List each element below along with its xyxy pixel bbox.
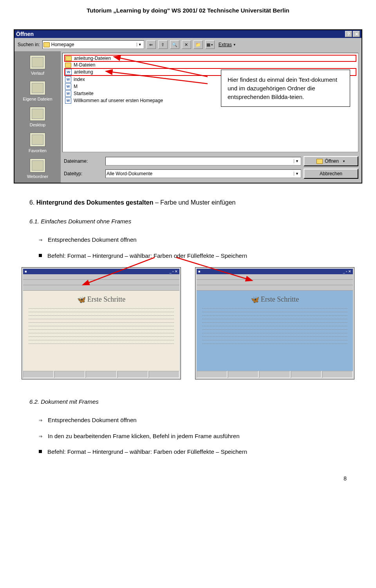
filename-input[interactable]: ▼ [105, 157, 301, 165]
list-item: Befehl: Format – Hintergrund – wählbar: … [39, 252, 347, 261]
open-button[interactable]: Öffnen ▼ [304, 156, 358, 166]
chevron-down-icon[interactable]: ▼ [137, 43, 143, 47]
arrow-bullet-icon: ⇒ [39, 432, 42, 441]
section-6-2-heading: 6.2. Dokument mit Frames [29, 398, 347, 405]
comparison-screenshots: ■_ ▫ ✕ 🦋Erste Schritte ■_ ▫ ✕ 🦋Erste Sch… [22, 267, 354, 379]
file-name: M [74, 84, 78, 89]
help-button[interactable]: ? [345, 31, 352, 37]
list-item-text: In den zu bearbeitenden Frame klicken, B… [48, 432, 239, 441]
file-list[interactable]: anleitung-DateienM-DateienWanleitungWind… [62, 53, 358, 152]
file-name: anleitung [74, 69, 93, 75]
file-item[interactable]: anleitung-Dateien [64, 55, 356, 62]
lookin-label: Suchen in: [18, 42, 40, 47]
dialog-title: Öffnen [16, 31, 34, 37]
back-button[interactable]: ⇐ [146, 40, 156, 49]
extras-label: Extras [219, 42, 232, 47]
lookin-row: Suchen in: Homepage ▼ ⇐ ⇧ 🔍 ✕ 📁 ▦▼ Extra… [14, 38, 362, 51]
list-item-text: Befehl: Format – Hintergrund – wählbar: … [47, 448, 247, 457]
places-mydocs[interactable]: Eigene Dateien [23, 81, 52, 101]
screenshot-left: ■_ ▫ ✕ 🦋Erste Schritte [22, 267, 181, 379]
open-dialog: Öffnen ? ✕ Suchen in: Homepage ▼ ⇐ ⇧ 🔍 ✕… [14, 29, 362, 183]
arrow-bullet-icon: ⇒ [39, 416, 42, 425]
list-item: Befehl: Format – Hintergrund – wählbar: … [39, 448, 347, 457]
folder-icon [65, 63, 71, 68]
list-item: ⇒In den zu bearbeitenden Frame klicken, … [39, 432, 347, 441]
extras-menu[interactable]: Extras ▼ [217, 42, 238, 47]
list-item: ⇒Entsprechendes Dokument öffnen [39, 416, 347, 425]
places-history[interactable]: Verlauf [30, 55, 45, 76]
delete-button[interactable]: ✕ [182, 40, 191, 49]
open-folder-icon [316, 159, 323, 164]
chevron-down-icon[interactable]: ▼ [294, 159, 300, 163]
arrow-bullet-icon: ⇒ [39, 236, 42, 245]
square-bullet-icon [39, 450, 42, 453]
filetype-label: Dateityp: [64, 171, 103, 176]
word-doc-icon: W [65, 90, 71, 97]
callout-annotation: Hier findest du einmal dein Text-dokumen… [221, 70, 350, 107]
page-number: 8 [0, 464, 376, 489]
section-6-heading: 6. Hintergrund des Dokumentes gestalten … [29, 199, 347, 206]
lookin-combobox[interactable]: Homepage ▼ [42, 40, 144, 49]
cancel-button[interactable]: Abbrechen [304, 169, 358, 179]
section-6-2-items: ⇒Entsprechendes Dokument öffnen⇒In den z… [39, 416, 347, 457]
section-6-1-items: ⇒Entsprechendes Dokument öffnenBefehl: F… [39, 236, 347, 260]
places-favorites[interactable]: Favoriten [29, 133, 47, 153]
places-desktop[interactable]: Desktop [30, 107, 45, 127]
file-name: index [74, 77, 85, 82]
chevron-down-icon: ▼ [233, 43, 236, 47]
word-doc-icon: W [65, 76, 71, 83]
list-item-text: Entsprechendes Dokument öffnen [48, 416, 137, 425]
filetype-select[interactable]: Alle Word-Dokumente ▼ [105, 169, 301, 178]
section-6-1-heading: 6.1. Einfaches Dokument ohne Frames [29, 218, 347, 225]
filename-label: Dateiname: [64, 158, 103, 164]
square-bullet-icon [39, 254, 42, 257]
close-button[interactable]: ✕ [353, 31, 360, 37]
file-name: Startseite [74, 91, 94, 96]
word-doc-icon: W [65, 97, 71, 104]
list-item-text: Befehl: Format – Hintergrund – wählbar: … [47, 252, 247, 261]
dialog-titlebar: Öffnen ? ✕ [14, 30, 362, 38]
word-doc-icon: W [65, 83, 71, 90]
up-button[interactable]: ⇧ [158, 40, 168, 49]
page-header: Tutorium „Learning by doing" WS 2001/ 02… [0, 0, 376, 18]
list-item: ⇒Entsprechendes Dokument öffnen [39, 236, 347, 245]
places-bar: Verlauf Eigene Dateien Desktop Favoriten… [14, 51, 61, 183]
new-folder-button[interactable]: 📁 [193, 40, 203, 49]
file-name: M-Dateien [74, 62, 95, 68]
file-name: anleitung-Dateien [74, 56, 111, 61]
screenshot-right: ■_ ▫ ✕ 🦋Erste Schritte [195, 267, 354, 379]
folder-icon [43, 42, 50, 47]
views-button[interactable]: ▦▼ [205, 40, 215, 49]
file-name: Willkommen auf unserer ersten Homepage [74, 98, 163, 103]
places-webfolders[interactable]: Webordner [27, 158, 48, 179]
search-web-button[interactable]: 🔍 [170, 40, 179, 49]
list-item-text: Entsprechendes Dokument öffnen [48, 236, 137, 245]
word-doc-icon: W [65, 69, 72, 75]
file-item[interactable]: M-Dateien [64, 62, 356, 68]
chevron-down-icon[interactable]: ▼ [294, 172, 300, 176]
lookin-value: Homepage [51, 42, 74, 47]
folder-icon [65, 56, 72, 61]
